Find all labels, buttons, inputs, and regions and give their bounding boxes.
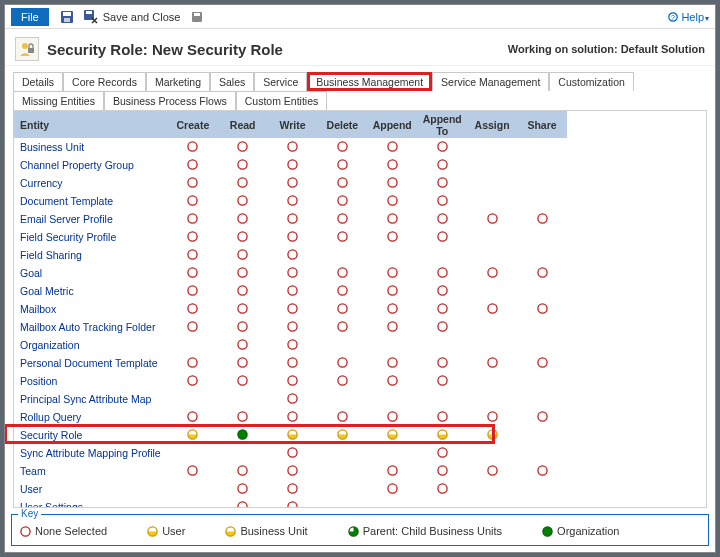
- file-menu[interactable]: File: [11, 8, 49, 26]
- priv-cell[interactable]: [268, 138, 318, 156]
- priv-cell[interactable]: [168, 138, 218, 156]
- priv-cell[interactable]: [317, 192, 367, 210]
- entity-name[interactable]: User: [14, 480, 168, 498]
- priv-cell[interactable]: [268, 246, 318, 264]
- col-share[interactable]: Share: [517, 111, 567, 138]
- priv-cell[interactable]: [317, 318, 367, 336]
- priv-cell[interactable]: [218, 282, 268, 300]
- priv-cell[interactable]: [218, 354, 268, 372]
- col-delete[interactable]: Delete: [317, 111, 367, 138]
- tab-business-management[interactable]: Business Management: [307, 72, 432, 91]
- priv-cell[interactable]: [467, 426, 517, 444]
- priv-cell[interactable]: [367, 318, 417, 336]
- entity-name[interactable]: Currency: [14, 174, 168, 192]
- actions-icon[interactable]: [190, 9, 206, 25]
- priv-cell[interactable]: [268, 354, 318, 372]
- priv-cell[interactable]: [367, 480, 417, 498]
- priv-cell[interactable]: [417, 318, 467, 336]
- priv-cell[interactable]: [517, 408, 567, 426]
- priv-cell[interactable]: [367, 354, 417, 372]
- priv-cell[interactable]: [367, 138, 417, 156]
- priv-cell[interactable]: [317, 138, 367, 156]
- priv-cell[interactable]: [218, 480, 268, 498]
- priv-cell[interactable]: [417, 354, 467, 372]
- priv-cell[interactable]: [168, 264, 218, 282]
- col-entity[interactable]: Entity: [14, 111, 168, 138]
- entity-name[interactable]: Business Unit: [14, 138, 168, 156]
- priv-cell[interactable]: [268, 480, 318, 498]
- tab-marketing[interactable]: Marketing: [146, 72, 210, 91]
- priv-cell[interactable]: [168, 372, 218, 390]
- priv-cell[interactable]: [268, 174, 318, 192]
- priv-cell[interactable]: [317, 354, 367, 372]
- priv-cell[interactable]: [168, 426, 218, 444]
- priv-cell[interactable]: [417, 138, 467, 156]
- priv-cell[interactable]: [268, 444, 318, 462]
- priv-cell[interactable]: [218, 408, 268, 426]
- priv-cell[interactable]: [218, 372, 268, 390]
- priv-cell[interactable]: [218, 336, 268, 354]
- priv-cell[interactable]: [417, 300, 467, 318]
- priv-cell[interactable]: [317, 300, 367, 318]
- priv-cell[interactable]: [317, 210, 367, 228]
- priv-cell[interactable]: [367, 210, 417, 228]
- priv-cell[interactable]: [367, 426, 417, 444]
- priv-cell[interactable]: [168, 300, 218, 318]
- priv-cell[interactable]: [467, 210, 517, 228]
- tab-service[interactable]: Service: [254, 72, 307, 91]
- entity-name[interactable]: Channel Property Group: [14, 156, 168, 174]
- col-read[interactable]: Read: [218, 111, 268, 138]
- priv-cell[interactable]: [467, 264, 517, 282]
- priv-cell[interactable]: [268, 264, 318, 282]
- entity-name[interactable]: Personal Document Template: [14, 354, 168, 372]
- entity-name[interactable]: Mailbox Auto Tracking Folder: [14, 318, 168, 336]
- priv-cell[interactable]: [218, 210, 268, 228]
- priv-cell[interactable]: [218, 426, 268, 444]
- col-append-to[interactable]: Append To: [417, 111, 467, 138]
- priv-cell[interactable]: [317, 426, 367, 444]
- priv-cell[interactable]: [168, 462, 218, 480]
- priv-cell[interactable]: [168, 192, 218, 210]
- priv-cell[interactable]: [417, 174, 467, 192]
- priv-cell[interactable]: [367, 372, 417, 390]
- col-create[interactable]: Create: [168, 111, 218, 138]
- priv-cell[interactable]: [317, 408, 367, 426]
- priv-cell[interactable]: [218, 246, 268, 264]
- priv-cell[interactable]: [417, 462, 467, 480]
- entity-name[interactable]: Goal: [14, 264, 168, 282]
- priv-cell[interactable]: [517, 300, 567, 318]
- priv-cell[interactable]: [168, 156, 218, 174]
- save-close-button[interactable]: Save and Close: [103, 11, 181, 23]
- entity-name[interactable]: Field Sharing: [14, 246, 168, 264]
- priv-cell[interactable]: [417, 228, 467, 246]
- priv-cell[interactable]: [467, 408, 517, 426]
- priv-cell[interactable]: [417, 480, 467, 498]
- entity-name[interactable]: Security Role: [14, 426, 168, 444]
- priv-cell[interactable]: [367, 462, 417, 480]
- priv-cell[interactable]: [367, 408, 417, 426]
- save-close-icon[interactable]: [83, 9, 99, 25]
- entity-name[interactable]: Rollup Query: [14, 408, 168, 426]
- priv-cell[interactable]: [218, 156, 268, 174]
- entity-name[interactable]: Principal Sync Attribute Map: [14, 390, 168, 408]
- tab-details[interactable]: Details: [13, 72, 63, 91]
- priv-cell[interactable]: [268, 192, 318, 210]
- priv-cell[interactable]: [417, 192, 467, 210]
- priv-cell[interactable]: [268, 300, 318, 318]
- priv-cell[interactable]: [268, 462, 318, 480]
- priv-cell[interactable]: [218, 264, 268, 282]
- priv-cell[interactable]: [417, 426, 467, 444]
- priv-cell[interactable]: [467, 300, 517, 318]
- priv-cell[interactable]: [417, 372, 467, 390]
- priv-cell[interactable]: [317, 372, 367, 390]
- priv-cell[interactable]: [517, 354, 567, 372]
- priv-cell[interactable]: [168, 174, 218, 192]
- priv-cell[interactable]: [268, 498, 318, 508]
- priv-cell[interactable]: [367, 192, 417, 210]
- priv-cell[interactable]: [367, 282, 417, 300]
- entity-name[interactable]: Team: [14, 462, 168, 480]
- entity-name[interactable]: Document Template: [14, 192, 168, 210]
- priv-cell[interactable]: [417, 444, 467, 462]
- priv-cell[interactable]: [517, 462, 567, 480]
- priv-cell[interactable]: [417, 264, 467, 282]
